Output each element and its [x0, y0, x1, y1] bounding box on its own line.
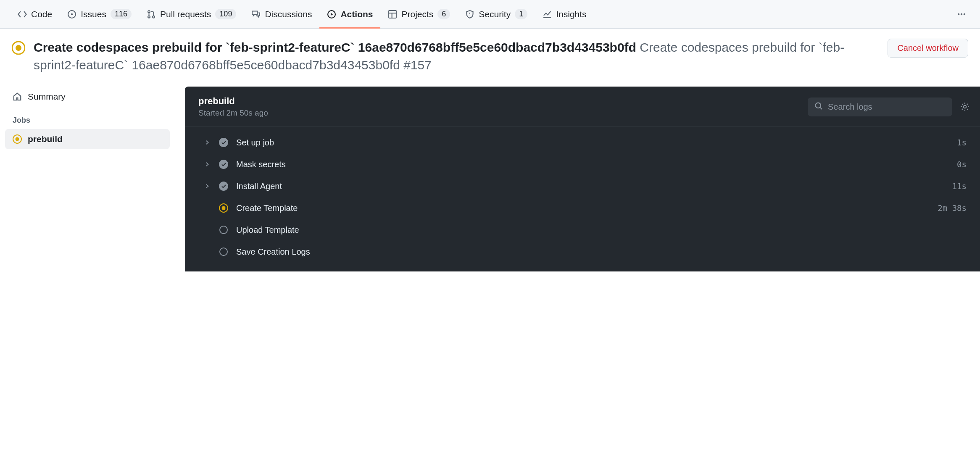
nav-actions[interactable]: Actions [319, 0, 380, 29]
issue-icon [67, 10, 76, 19]
chevron-right-icon [203, 161, 211, 167]
nav-overflow-menu[interactable] [953, 6, 970, 23]
workflow-title-main: Create codespaces prebuild for `feb-spri… [34, 40, 636, 54]
search-logs[interactable] [808, 97, 952, 116]
status-pending-icon [219, 225, 229, 235]
status-pending-icon [219, 247, 229, 257]
gear-icon [960, 102, 970, 112]
sidebar: Summary Jobs prebuild [5, 87, 170, 271]
step-duration: 0s [957, 160, 967, 169]
step-duration: 11s [952, 182, 967, 191]
step-row[interactable]: Install Agent11s [195, 175, 970, 197]
git-pull-request-icon [147, 10, 156, 19]
nav-insights-label: Insights [556, 9, 586, 19]
step-name: Install Agent [236, 182, 945, 191]
nav-projects-label: Projects [401, 9, 433, 19]
nav-discussions[interactable]: Discussions [244, 0, 319, 29]
repo-nav: Code Issues 116 Pull requests 109 Discus… [0, 0, 980, 29]
security-count: 1 [515, 9, 527, 19]
step-row[interactable]: Mask secrets0s [195, 153, 970, 175]
log-job-title: prebuild [198, 96, 808, 107]
step-row[interactable]: Upload Template [195, 219, 970, 241]
issues-count: 116 [111, 9, 132, 19]
step-name: Save Creation Logs [236, 247, 959, 257]
svg-point-13 [964, 13, 965, 15]
nav-code[interactable]: Code [10, 0, 60, 29]
cancel-workflow-button[interactable]: Cancel workflow [888, 39, 968, 58]
status-running-icon [12, 41, 25, 55]
step-name: Create Template [236, 203, 930, 213]
step-name: Upload Template [236, 225, 959, 235]
chevron-right-icon [203, 140, 211, 145]
svg-point-5 [71, 13, 73, 15]
step-row[interactable]: Create Template2m 38s [195, 197, 970, 219]
code-icon [18, 10, 27, 19]
log-job-subtitle: Started 2m 50s ago [198, 108, 808, 118]
nav-issues[interactable]: Issues 116 [60, 0, 139, 29]
step-duration: 1s [957, 138, 967, 147]
status-running-icon [13, 134, 22, 144]
nav-discussions-label: Discussions [265, 9, 312, 19]
status-running-icon [219, 203, 229, 213]
log-panel: prebuild Started 2m 50s ago Set up job1s… [185, 87, 980, 271]
workflow-header: Create codespaces prebuild for `feb-spri… [0, 29, 980, 82]
pulls-count: 109 [215, 9, 236, 19]
sidebar-jobs-heading: Jobs [5, 107, 170, 129]
svg-point-7 [148, 16, 150, 18]
search-logs-input[interactable] [828, 102, 946, 112]
play-icon [327, 10, 336, 19]
sidebar-job-label: prebuild [28, 134, 63, 144]
table-icon [388, 10, 397, 19]
step-list: Set up job1sMask secrets0sInstall Agent1… [185, 126, 980, 270]
nav-pulls[interactable]: Pull requests 109 [139, 0, 244, 29]
nav-security-label: Security [479, 9, 511, 19]
svg-point-14 [816, 103, 821, 108]
step-name: Mask secrets [236, 160, 949, 169]
check-circle-icon [219, 137, 229, 147]
step-row[interactable]: Save Creation Logs [195, 241, 970, 263]
step-row[interactable]: Set up job1s [195, 132, 970, 153]
workflow-title: Create codespaces prebuild for `feb-spri… [34, 39, 879, 74]
shield-icon [465, 10, 474, 19]
graph-icon [543, 10, 552, 19]
svg-rect-10 [389, 11, 397, 18]
home-icon [13, 92, 22, 101]
svg-point-8 [153, 16, 155, 18]
kebab-horizontal-icon [957, 10, 966, 19]
svg-point-11 [958, 13, 959, 15]
nav-code-label: Code [31, 9, 52, 19]
chevron-right-icon [203, 183, 211, 189]
sidebar-job-prebuild[interactable]: prebuild [5, 129, 170, 149]
nav-issues-label: Issues [81, 9, 106, 19]
sidebar-summary-link[interactable]: Summary [5, 87, 170, 107]
check-circle-icon [219, 181, 229, 191]
svg-point-12 [961, 13, 962, 15]
nav-security[interactable]: Security 1 [458, 0, 535, 29]
search-icon [814, 102, 823, 112]
nav-pulls-label: Pull requests [160, 9, 211, 19]
svg-point-6 [148, 11, 150, 13]
step-duration: 2m 38s [938, 203, 967, 213]
log-header: prebuild Started 2m 50s ago [185, 87, 980, 126]
nav-projects[interactable]: Projects 6 [380, 0, 458, 29]
comment-discussion-icon [251, 10, 261, 19]
sidebar-summary-label: Summary [28, 92, 66, 102]
projects-count: 6 [437, 9, 450, 19]
nav-insights[interactable]: Insights [535, 0, 594, 29]
nav-actions-label: Actions [340, 9, 373, 19]
log-settings-button[interactable] [960, 102, 970, 112]
svg-point-15 [964, 105, 967, 108]
check-circle-icon [219, 159, 229, 169]
step-name: Set up job [236, 138, 949, 147]
